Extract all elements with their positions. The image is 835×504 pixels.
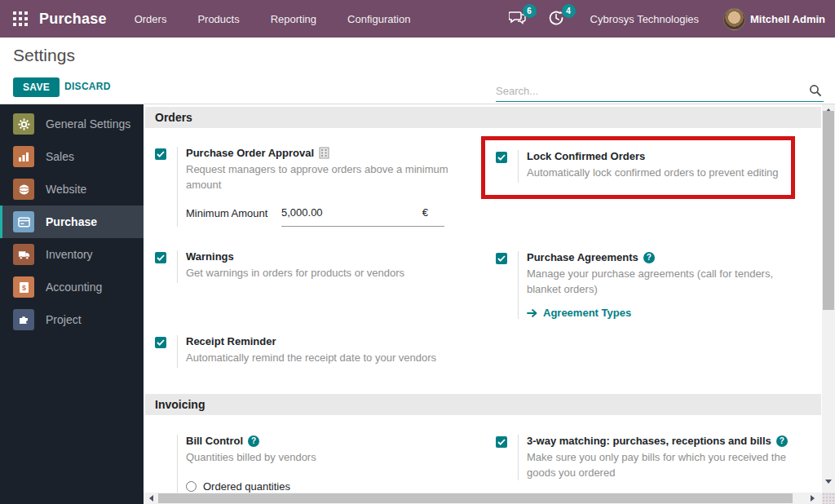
user-avatar[interactable] (723, 8, 745, 30)
divider (177, 335, 178, 368)
sidebar-item-sales[interactable]: Sales (0, 140, 144, 173)
search-box (496, 80, 824, 102)
app-title[interactable]: Purchase (39, 11, 107, 28)
page-title: Settings (13, 46, 75, 65)
setting-description: Get warnings in orders for products or v… (186, 265, 469, 281)
setting-label: 3-way matching: purchases, receptions an… (527, 435, 771, 447)
search-input[interactable] (496, 85, 809, 97)
ordered-quantities-radio[interactable] (186, 481, 197, 492)
setting-three-way-matching: 3-way matching: purchases, receptions an… (496, 435, 818, 480)
receipt-reminder-checkbox[interactable] (155, 337, 166, 348)
three-way-matching-checkbox[interactable] (496, 436, 507, 448)
setting-purchase-agreements: Purchase Agreements ? Manage your purcha… (496, 251, 814, 319)
divider (177, 435, 178, 493)
bar-chart-icon (13, 146, 34, 167)
currency-symbol: € (422, 206, 428, 219)
help-icon[interactable]: ? (643, 252, 655, 263)
setting-label: Bill Control (186, 435, 243, 447)
vertical-scroll-thumb[interactable] (823, 111, 834, 310)
sidebar-item-website[interactable]: Website (0, 173, 144, 206)
horizontal-scrollbar[interactable] (144, 493, 822, 504)
save-button[interactable]: SAVE (13, 77, 60, 97)
setting-receipt-reminder: Receipt Reminder Automatically remind th… (155, 335, 469, 368)
sidebar-item-inventory[interactable]: Inventory (0, 238, 144, 271)
sidebar-item-label: Accounting (46, 281, 102, 294)
minimum-amount-label: Minimum Amount (186, 206, 281, 227)
nav-menu: Orders Products Reporting Configuration (135, 13, 411, 25)
sidebar-item-purchase[interactable]: Purchase (0, 206, 144, 238)
truck-icon (13, 244, 34, 265)
section-header-orders: Orders (145, 107, 821, 128)
lock-confirmed-orders-checkbox[interactable] (496, 152, 507, 163)
sidebar-item-label: General Settings (46, 117, 130, 130)
scroll-down-arrow[interactable] (825, 480, 832, 484)
warnings-checkbox[interactable] (155, 252, 166, 263)
setting-label: Warnings (186, 250, 234, 263)
section-header-invoicing: Invoicing (145, 394, 821, 415)
gear-icon (13, 113, 34, 135)
scrollbar-corner (822, 493, 835, 504)
minimum-amount-row: Minimum Amount 5,000.00 € (186, 206, 469, 227)
minimum-amount-input[interactable]: 5,000.00 € (281, 206, 444, 227)
minimum-amount-value: 5,000.00 (281, 206, 323, 219)
sidebar-item-label: Website (46, 183, 86, 196)
activities-icon[interactable]: 4 (548, 10, 569, 28)
messages-badge: 6 (523, 4, 537, 18)
search-icon[interactable] (809, 84, 822, 97)
help-icon[interactable]: ? (248, 435, 259, 447)
sidebar-item-label: Inventory (46, 248, 93, 261)
top-navbar: Purchase Orders Products Reporting Confi… (0, 0, 835, 38)
purchase-agreements-checkbox[interactable] (496, 253, 507, 264)
nav-item-configuration[interactable]: Configuration (347, 13, 410, 25)
activities-badge: 4 (562, 4, 576, 18)
sidebar-item-label: Project (46, 313, 82, 326)
nav-item-products[interactable]: Products (197, 13, 239, 25)
credit-card-icon (13, 211, 34, 232)
nav-item-reporting[interactable]: Reporting (271, 13, 316, 25)
purchase-order-approval-checkbox[interactable] (155, 148, 166, 160)
setting-bill-control: Bill Control ? Quantities billed by vend… (155, 435, 469, 493)
scroll-left-arrow[interactable] (149, 495, 153, 502)
control-panel: Settings SAVE DISCARD (0, 38, 835, 104)
setting-warnings: Warnings Get warnings in orders for prod… (155, 250, 469, 283)
nav-item-orders[interactable]: Orders (135, 13, 167, 25)
setting-label: Purchase Agreements (527, 251, 638, 263)
enterprise-icon (319, 147, 329, 159)
user-menu[interactable]: Mitchell Admin (750, 13, 825, 25)
discard-button[interactable]: DISCARD (64, 81, 111, 92)
sidebar-item-general-settings[interactable]: General Settings (0, 108, 144, 140)
divider (177, 250, 178, 283)
navbar-right: 6 4 Cybrosys Technologies Mitchell Admin (509, 8, 835, 30)
horizontal-scroll-thumb[interactable] (158, 493, 793, 503)
sidebar-item-accounting[interactable]: $ Accounting (0, 271, 144, 303)
setting-purchase-order-approval: Purchase Order Approval Request managers… (155, 147, 469, 227)
radio-label: Ordered quantities (203, 480, 290, 493)
globe-icon (13, 179, 34, 200)
agreement-types-link[interactable]: Agreement Types (527, 307, 814, 319)
vertical-scrollbar[interactable] (822, 104, 835, 493)
company-switcher[interactable]: Cybrosys Technologies (590, 13, 699, 25)
invoice-icon: $ (13, 276, 34, 298)
setting-description: Make sure you only pay bills for which y… (527, 449, 800, 480)
sidebar-item-label: Purchase (46, 215, 97, 228)
setting-description: Request managers to approve orders above… (186, 161, 455, 192)
setting-description: Manage your purchase agreements (call fo… (527, 266, 800, 297)
sidebar-item-label: Sales (46, 150, 74, 163)
sidebar-item-project[interactable]: Project (0, 303, 144, 336)
setting-description: Quantities billed by vendors (186, 449, 469, 465)
setting-label: Purchase Order Approval (186, 147, 314, 159)
divider (518, 251, 519, 319)
setting-label: Lock Confirmed Orders (527, 150, 645, 162)
svg-text:$: $ (21, 283, 25, 291)
settings-content: Orders Purchase Order Approval Request m… (144, 104, 822, 493)
ordered-quantities-option: Ordered quantities (186, 480, 469, 493)
puzzle-icon (13, 309, 34, 330)
scroll-right-arrow[interactable] (811, 495, 815, 502)
arrow-right-icon (527, 308, 538, 318)
apps-menu-icon[interactable] (13, 11, 28, 26)
divider (518, 435, 519, 480)
help-icon[interactable]: ? (776, 435, 788, 447)
divider (177, 147, 178, 227)
messages-icon[interactable]: 6 (509, 10, 530, 28)
setting-description: Automatically remind the receipt date to… (186, 350, 469, 365)
